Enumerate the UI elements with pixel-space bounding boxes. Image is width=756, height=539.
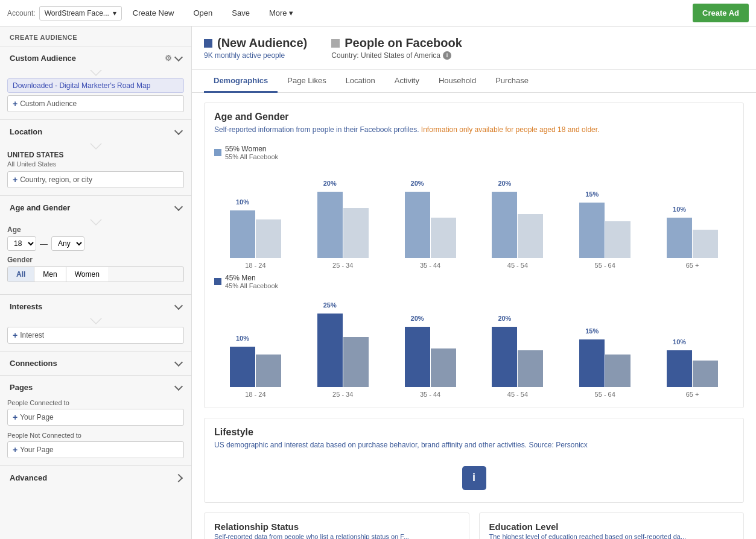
bar-women-audience: 20% (317, 192, 343, 258)
age-label: 65 + (686, 262, 699, 269)
bar-men-audience: 10% (667, 350, 692, 387)
tab-location[interactable]: Location (336, 70, 385, 93)
open-button[interactable]: Open (185, 4, 221, 22)
bar-men-facebook (605, 355, 631, 387)
create-ad-button[interactable]: Create Ad (693, 4, 749, 22)
right-panel: (New Audience) 9K monthly active people … (192, 27, 756, 539)
relationship-status-card: Relationship Status Self-reported data f… (204, 512, 469, 539)
add-interest-input[interactable]: + Interest (7, 327, 184, 344)
tab-purchase[interactable]: Purchase (486, 70, 538, 93)
bar-women-facebook (256, 219, 281, 257)
location-section-header[interactable]: Location (0, 120, 191, 143)
chevron-down-icon (174, 358, 183, 367)
facebook-country: Country: United States of America (331, 51, 440, 60)
bar-women-facebook (431, 218, 456, 258)
bar-men-audience: 20% (492, 327, 517, 387)
create-new-button[interactable]: Create New (124, 4, 183, 22)
tab-activity[interactable]: Activity (385, 70, 429, 93)
facebook-audience-block: People on Facebook Country: United State… (331, 36, 462, 60)
sidebar: CREATE AUDIENCE Custom Audience ⚙ Downlo… (0, 27, 192, 539)
tab-household[interactable]: Household (429, 70, 486, 93)
gender-women-button[interactable]: Women (66, 267, 108, 282)
bar-group-25-34-men: 25% 25 - 34 (302, 314, 384, 398)
education-level-subtitle: The highest level of education reached b… (489, 533, 734, 539)
gender-men-button[interactable]: Men (34, 267, 66, 282)
add-custom-audience-input[interactable]: + Custom Audience (7, 95, 184, 112)
bar-men-audience: 15% (579, 339, 605, 387)
age-label: 18 - 24 (245, 262, 265, 269)
connections-section-header[interactable]: Connections (0, 351, 191, 375)
info-icon[interactable]: i (443, 51, 451, 60)
age-label: 35 - 44 (420, 391, 440, 398)
account-label: Account: (7, 9, 36, 17)
age-to-select[interactable]: Any243444546465+ (51, 236, 84, 251)
legend-row: 55% Women 55% All Facebook (214, 145, 734, 160)
gear-icon: ⚙ (165, 54, 172, 63)
age-inputs: 182125 — Any243444546465+ (7, 236, 184, 251)
bar-men-facebook (256, 355, 281, 387)
tab-demographics[interactable]: Demographics (204, 70, 278, 93)
save-button[interactable]: Save (223, 4, 258, 22)
bar-women-audience: 20% (405, 192, 430, 258)
lifestyle-info-button[interactable]: i (462, 466, 486, 490)
add-your-page-connected-input[interactable]: + Your Page (7, 409, 184, 426)
lifestyle-header: Lifestyle US demographic and interest da… (205, 418, 743, 454)
bar-pair: 10% (214, 314, 297, 387)
bar-men-audience: 20% (405, 327, 430, 387)
facebook-audience-title: People on Facebook (345, 36, 462, 50)
advanced-section-header[interactable]: Advanced (0, 466, 191, 490)
chevron-down-icon (174, 53, 183, 61)
women-bars: 10% 18 - 24 20% (214, 166, 734, 269)
age-label: 65 + (686, 391, 699, 398)
section-triangle (90, 219, 102, 225)
location-country: UNITED STATES (7, 150, 184, 160)
bar-pair: 20% (389, 314, 472, 387)
chart-area: 55% Women 55% All Facebook 10% (205, 139, 743, 408)
bar-men-facebook (431, 348, 456, 386)
bar-women-audience: 10% (667, 218, 692, 258)
tab-page-likes[interactable]: Page Likes (278, 70, 335, 93)
blue-square-icon (204, 39, 212, 48)
plus-icon: + (13, 99, 17, 109)
education-level-header: Education Level The highest level of edu… (480, 513, 744, 539)
add-location-input[interactable]: + Country, region, or city (7, 171, 184, 188)
age-from-select[interactable]: 182125 (7, 236, 36, 251)
bar-women-facebook (693, 230, 718, 257)
location-sub: All United States (7, 160, 184, 168)
sidebar-section-interests: Interests + Interest (0, 294, 191, 351)
gray-square-icon (331, 39, 340, 48)
tab-bar: Demographics Page Likes Location Activit… (192, 70, 756, 93)
bar-women-audience: 10% (230, 210, 255, 258)
bar-pair: 25% (302, 314, 384, 387)
gender-all-button[interactable]: All (8, 267, 34, 282)
plus-icon: + (13, 412, 17, 422)
sidebar-section-connections: Connections (0, 351, 191, 375)
legend-men-dot (214, 278, 221, 285)
age-gender-section-header[interactable]: Age and Gender (0, 196, 191, 219)
connected-label: People Connected to (7, 399, 184, 406)
main-layout: CREATE AUDIENCE Custom Audience ⚙ Downlo… (0, 27, 756, 539)
pages-section-header[interactable]: Pages (0, 376, 191, 399)
chevron-down-icon (174, 127, 183, 135)
account-dropdown[interactable]: WordStream Face... ▾ (39, 6, 122, 20)
sidebar-section-location: Location UNITED STATES All United States… (0, 119, 191, 195)
bar-men-audience: 10% (230, 347, 255, 387)
age-label: 55 - 64 (595, 262, 615, 269)
women-sub: 55% All Facebook (225, 153, 278, 160)
gender-label: Gender (7, 256, 184, 264)
sidebar-section-age-gender: Age and Gender Age 182125 — Any243444546… (0, 195, 191, 294)
pages-content: People Connected to + Your Page People N… (0, 399, 191, 465)
add-your-page-not-connected-input[interactable]: + Your Page (7, 441, 184, 458)
bar-group-55-64-women: 15% 55 - 64 (564, 184, 646, 269)
custom-audience-section-header[interactable]: Custom Audience ⚙ (0, 46, 191, 70)
age-gender-content: Age 182125 — Any243444546465+ Gender (0, 219, 191, 294)
bar-pair: 20% (302, 184, 384, 258)
men-label: 45% Men (225, 274, 278, 282)
chevron-down-icon (174, 301, 183, 310)
age-label: 45 - 54 (507, 391, 528, 398)
location-content: UNITED STATES All United States + Countr… (0, 143, 191, 195)
interests-section-header[interactable]: Interests (0, 295, 191, 318)
chevron-down-icon (174, 382, 183, 391)
more-button[interactable]: More ▾ (261, 4, 302, 22)
men-bars: 10% 18 - 24 25% (214, 295, 734, 398)
